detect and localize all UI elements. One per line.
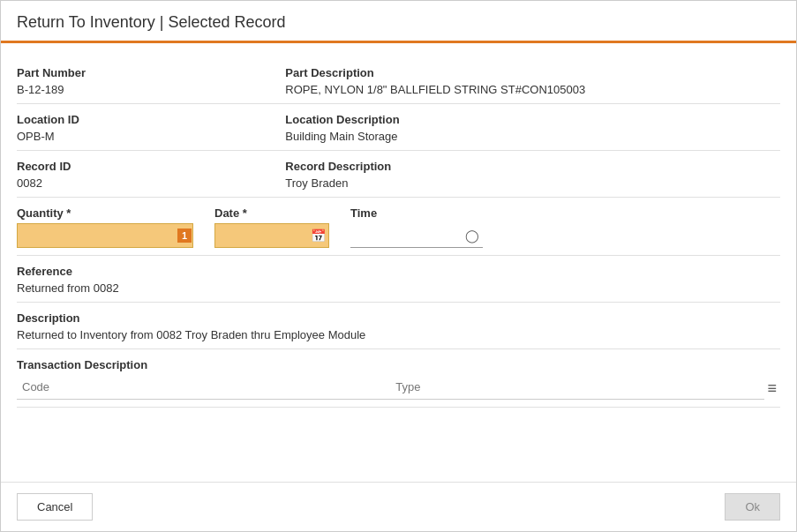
transaction-description-label: Transaction Description [17,358,780,371]
record-description-value: Troy Braden [285,176,780,190]
clock-icon[interactable]: ◯ [465,229,479,243]
quantity-input-wrap: 1 [17,223,193,248]
location-id-value: OPB-M [17,130,264,143]
quantity-badge: 1 [177,229,192,243]
record-id-value: 0082 [17,176,264,190]
cancel-button[interactable]: Cancel [17,493,93,521]
quantity-input[interactable] [17,223,193,248]
dialog-container: Return To Inventory | Selected Record Pa… [0,0,797,532]
transaction-row: Transaction Description ≡ [17,349,780,408]
dialog-header: Return To Inventory | Selected Record [1,1,796,43]
description-value: Returned to Inventory from 0082 Troy Bra… [17,328,780,341]
part-number-group: Part Number B-12-189 [17,66,264,96]
record-description-label: Record Description [285,160,780,173]
date-label: Date * [214,206,329,220]
quantity-group: Quantity * 1 [17,206,193,248]
menu-icon[interactable]: ≡ [764,379,781,398]
record-description-group: Record Description Troy Braden [285,160,780,190]
record-id-group: Record ID 0082 [17,160,264,190]
time-group: Time ◯ [350,206,483,248]
part-number-value: B-12-189 [17,83,264,96]
time-label: Time [350,206,483,220]
dialog-body: Part Number B-12-189 Part Description RO… [1,43,796,482]
part-description-value: ROPE, NYLON 1/8" BALLFIELD STRING ST#CON… [285,83,780,96]
record-row: Record ID 0082 Record Description Troy B… [17,151,780,198]
location-description-group: Location Description Building Main Stora… [285,113,780,143]
location-description-value: Building Main Storage [285,130,780,143]
dialog-footer: Cancel Ok [1,482,796,531]
part-number-label: Part Number [17,66,264,79]
description-label: Description [17,311,780,325]
part-description-group: Part Description ROPE, NYLON 1/8" BALLFI… [285,66,780,96]
location-row: Location ID OPB-M Location Description B… [17,104,780,151]
part-description-label: Part Description [285,66,780,79]
time-input-wrap: ◯ [350,223,483,248]
ok-button[interactable]: Ok [725,493,780,521]
date-input-wrap: 📅 [214,223,329,248]
reference-row: Reference Returned from 0082 [17,256,780,303]
description-row: Description Returned to Inventory from 0… [17,303,780,349]
code-input[interactable] [17,375,390,400]
reference-value: Returned from 0082 [17,281,780,295]
dialog-title: Return To Inventory | Selected Record [17,13,780,32]
calendar-icon[interactable]: 📅 [311,229,326,243]
type-input[interactable] [390,375,763,400]
transaction-inputs: ≡ [17,375,780,400]
part-row: Part Number B-12-189 Part Description RO… [17,57,780,104]
location-description-label: Location Description [285,113,780,126]
location-id-group: Location ID OPB-M [17,113,264,143]
location-id-label: Location ID [17,113,264,126]
qty-date-time-row: Quantity * 1 Date * 📅 Time ◯ [17,198,780,256]
record-id-label: Record ID [17,160,264,173]
quantity-label: Quantity * [17,206,193,220]
time-input[interactable] [350,223,483,248]
reference-label: Reference [17,265,780,278]
date-group: Date * 📅 [214,206,329,248]
